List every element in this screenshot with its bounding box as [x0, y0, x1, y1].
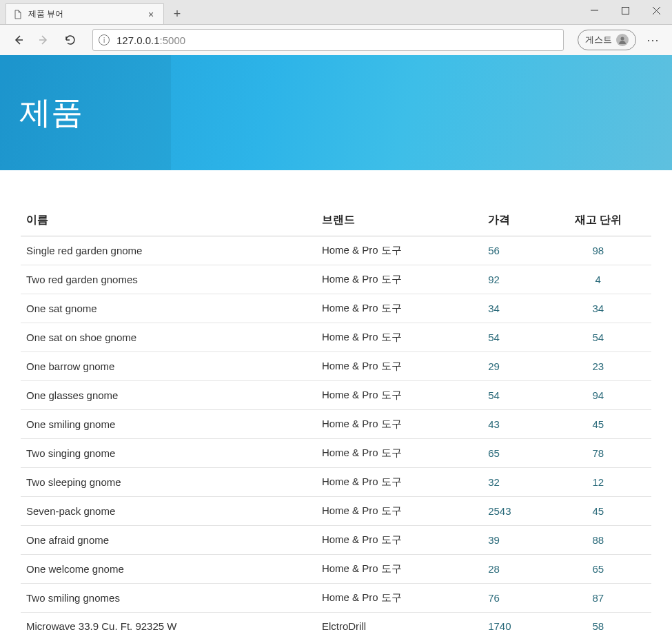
page-content[interactable]: 제품 이름 브랜드 가격 재고 단위 Single red garden gno…	[0, 55, 672, 632]
cell-brand: Home & Pro 도구	[316, 526, 482, 555]
cell-price: 39	[482, 526, 544, 555]
avatar-icon	[616, 34, 629, 46]
info-icon[interactable]: i	[99, 34, 110, 45]
cell-brand: Home & Pro 도구	[316, 497, 482, 526]
maximize-button[interactable]	[610, 0, 641, 21]
cell-stock: 78	[544, 439, 651, 468]
table-row: Seven-pack gnomeHome & Pro 도구254345	[21, 497, 651, 526]
cell-price: 54	[482, 323, 544, 352]
table-row: One sat on shoe gnomeHome & Pro 도구5454	[21, 323, 651, 352]
toolbar: i 127.0.0.1:5000 게스트 ⋯	[0, 24, 672, 55]
tab-title: 제품 뷰어	[28, 8, 140, 20]
svg-rect-1	[622, 7, 629, 14]
url-text: 127.0.0.1:5000	[116, 34, 185, 46]
cell-name: One barrow gnome	[21, 352, 316, 381]
back-button[interactable]	[8, 30, 28, 50]
table-row: One welcome gnomeHome & Pro 도구2865	[21, 555, 651, 584]
cell-stock: 34	[544, 294, 651, 323]
window-controls	[579, 0, 672, 21]
table-row: Single red garden gnomeHome & Pro 도구5698	[21, 236, 651, 265]
cell-name: One welcome gnome	[21, 555, 316, 584]
address-bar[interactable]: i 127.0.0.1:5000	[92, 29, 564, 51]
cell-price: 2543	[482, 497, 544, 526]
col-price: 가격	[482, 205, 544, 236]
table-row: One glasses gnomeHome & Pro 도구5494	[21, 381, 651, 410]
cell-brand: Home & Pro 도구	[316, 265, 482, 294]
table-row: One smiling gnomeHome & Pro 도구4345	[21, 410, 651, 439]
table-row: Two smiling gnomesHome & Pro 도구7687	[21, 584, 651, 613]
minimize-button[interactable]	[579, 0, 610, 21]
guest-label: 게스트	[585, 34, 612, 46]
col-name: 이름	[21, 205, 316, 236]
cell-price: 32	[482, 468, 544, 497]
browser-window: 제품 뷰어 × + i	[0, 0, 672, 632]
page-heading: 제품	[19, 92, 83, 134]
cell-price: 29	[482, 352, 544, 381]
table-row: Two singing gnomeHome & Pro 도구6578	[21, 439, 651, 468]
cell-stock: 45	[544, 410, 651, 439]
cell-stock: 12	[544, 468, 651, 497]
more-menu-button[interactable]: ⋯	[643, 30, 664, 50]
cell-stock: 54	[544, 323, 651, 352]
cell-price: 76	[482, 584, 544, 613]
cell-price: 43	[482, 410, 544, 439]
cell-brand: Home & Pro 도구	[316, 323, 482, 352]
forward-button[interactable]	[34, 30, 54, 50]
table-row: One sat gnomeHome & Pro 도구3434	[21, 294, 651, 323]
col-brand: 브랜드	[316, 205, 482, 236]
cell-brand: ElctroDrill	[316, 613, 482, 633]
cell-stock: 88	[544, 526, 651, 555]
close-window-button[interactable]	[641, 0, 672, 21]
tabs-area: 제품 뷰어 × +	[0, 0, 187, 24]
cell-price: 56	[482, 236, 544, 265]
browser-tab[interactable]: 제품 뷰어 ×	[6, 3, 164, 24]
cell-name: One sat gnome	[21, 294, 316, 323]
cell-brand: Home & Pro 도구	[316, 410, 482, 439]
cell-name: Seven-pack gnome	[21, 497, 316, 526]
cell-brand: Home & Pro 도구	[316, 584, 482, 613]
table-row: Two red garden gnomesHome & Pro 도구924	[21, 265, 651, 294]
cell-brand: Home & Pro 도구	[316, 294, 482, 323]
cell-price: 1740	[482, 613, 544, 633]
page-icon	[13, 10, 23, 19]
profile-button[interactable]: 게스트	[578, 30, 636, 50]
new-tab-button[interactable]: +	[167, 3, 187, 24]
table-header-row: 이름 브랜드 가격 재고 단위	[21, 205, 651, 236]
cell-brand: Home & Pro 도구	[316, 555, 482, 584]
close-tab-icon[interactable]: ×	[145, 9, 156, 20]
table-row: One afraid gnomeHome & Pro 도구3988	[21, 526, 651, 555]
cell-price: 34	[482, 294, 544, 323]
cell-name: Two smiling gnomes	[21, 584, 316, 613]
cell-name: Two red garden gnomes	[21, 265, 316, 294]
products-table: 이름 브랜드 가격 재고 단위 Single red garden gnomeH…	[21, 205, 651, 632]
cell-name: One glasses gnome	[21, 381, 316, 410]
cell-stock: 23	[544, 352, 651, 381]
cell-price: 28	[482, 555, 544, 584]
cell-name: Microwave 33.9 Cu. Ft. 92325 W	[21, 613, 316, 633]
cell-stock: 98	[544, 236, 651, 265]
col-stock: 재고 단위	[544, 205, 651, 236]
table-container: 이름 브랜드 가격 재고 단위 Single red garden gnomeH…	[0, 170, 672, 632]
cell-stock: 45	[544, 497, 651, 526]
cell-brand: Home & Pro 도구	[316, 468, 482, 497]
url-port: :5000	[160, 34, 186, 46]
cell-name: Single red garden gnome	[21, 236, 316, 265]
cell-stock: 87	[544, 584, 651, 613]
cell-stock: 65	[544, 555, 651, 584]
cell-name: One afraid gnome	[21, 526, 316, 555]
cell-price: 54	[482, 381, 544, 410]
reload-button[interactable]	[61, 30, 80, 50]
table-row: One barrow gnomeHome & Pro 도구2923	[21, 352, 651, 381]
cell-name: Two sleeping gnome	[21, 468, 316, 497]
cell-price: 92	[482, 265, 544, 294]
cell-stock: 58	[544, 613, 651, 633]
cell-name: One smiling gnome	[21, 410, 316, 439]
table-row: Microwave 33.9 Cu. Ft. 92325 WElctroDril…	[21, 613, 651, 633]
url-host: 127.0.0.1	[116, 34, 160, 46]
cell-brand: Home & Pro 도구	[316, 381, 482, 410]
cell-brand: Home & Pro 도구	[316, 236, 482, 265]
cell-brand: Home & Pro 도구	[316, 352, 482, 381]
table-row: Two sleeping gnomeHome & Pro 도구3212	[21, 468, 651, 497]
cell-stock: 4	[544, 265, 651, 294]
titlebar: 제품 뷰어 × +	[0, 0, 672, 24]
